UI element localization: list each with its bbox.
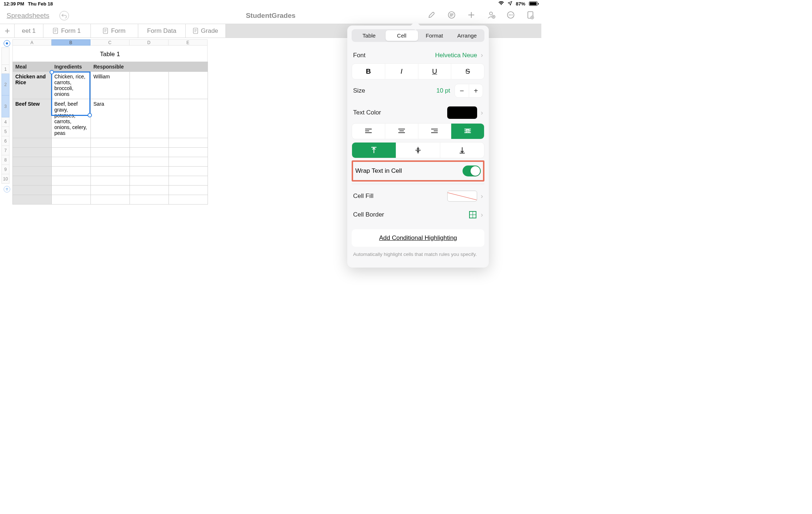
cell-d7[interactable] bbox=[130, 167, 169, 176]
header-cell-meal[interactable]: Meal bbox=[13, 62, 52, 72]
header-cell-responsible[interactable]: Responsible bbox=[91, 62, 130, 72]
bold-button[interactable]: B bbox=[352, 64, 385, 79]
cell-d8[interactable] bbox=[130, 176, 169, 186]
column-header-A[interactable]: A bbox=[12, 39, 51, 46]
row-header-10[interactable]: 10 bbox=[1, 174, 9, 184]
row-header-6[interactable]: 6 bbox=[1, 136, 9, 146]
align-center-button[interactable] bbox=[385, 124, 418, 139]
cell-b9[interactable] bbox=[52, 186, 91, 195]
cell-e8[interactable] bbox=[169, 176, 208, 186]
cell-e3[interactable] bbox=[169, 99, 208, 138]
sheet-tab-formdata[interactable]: Form Data bbox=[138, 24, 186, 38]
comment-icon[interactable] bbox=[447, 11, 456, 21]
cell-e9[interactable] bbox=[169, 186, 208, 195]
cell-d2[interactable] bbox=[130, 72, 169, 99]
cell-c8[interactable] bbox=[91, 176, 130, 186]
cell-b5[interactable] bbox=[52, 148, 91, 157]
cell-border-row[interactable]: Cell Border › bbox=[352, 206, 484, 223]
size-decrement[interactable]: − bbox=[455, 84, 469, 97]
cell-b6[interactable] bbox=[52, 157, 91, 167]
header-cell-e[interactable] bbox=[169, 62, 208, 72]
align-right-button[interactable] bbox=[418, 124, 452, 139]
strikethrough-button[interactable]: S bbox=[451, 64, 484, 79]
document-title[interactable]: StudentGrades bbox=[246, 12, 295, 20]
cell-c9[interactable] bbox=[91, 186, 130, 195]
formula-button[interactable]: = bbox=[4, 186, 10, 192]
cell-b8[interactable] bbox=[52, 176, 91, 186]
add-icon[interactable] bbox=[467, 11, 476, 21]
cell-e2[interactable] bbox=[169, 72, 208, 99]
cell-d9[interactable] bbox=[130, 186, 169, 195]
align-justify-button[interactable]: A bbox=[451, 124, 484, 139]
cell-c10[interactable] bbox=[91, 195, 130, 205]
row-header-3[interactable]: 3 bbox=[1, 96, 9, 117]
add-sheet-button[interactable] bbox=[0, 24, 15, 38]
cell-c5[interactable] bbox=[91, 148, 130, 157]
row-header-1[interactable]: 1 bbox=[1, 65, 9, 74]
cell-b10[interactable] bbox=[52, 195, 91, 205]
sheet-tab-grade[interactable]: Grade bbox=[186, 24, 226, 38]
size-increment[interactable]: + bbox=[469, 84, 483, 97]
undo-button[interactable] bbox=[59, 11, 69, 20]
cell-a4[interactable] bbox=[13, 138, 52, 148]
column-header-B[interactable]: B bbox=[51, 39, 90, 46]
cell-a10[interactable] bbox=[13, 195, 52, 205]
more-icon[interactable] bbox=[506, 11, 515, 21]
italic-button[interactable]: I bbox=[385, 64, 418, 79]
cell-a8[interactable] bbox=[13, 176, 52, 186]
sheet-tab-form[interactable]: Form bbox=[91, 24, 138, 38]
row-header-4[interactable]: 4 bbox=[1, 117, 9, 127]
sheet-tab-form1[interactable]: Form 1 bbox=[43, 24, 91, 38]
cell-a3[interactable]: Beef Stew bbox=[13, 99, 52, 138]
header-cell-ingredients[interactable]: Ingredients bbox=[52, 62, 91, 72]
underline-button[interactable]: U bbox=[418, 64, 452, 79]
document-settings-icon[interactable] bbox=[526, 11, 535, 21]
tab-format[interactable]: Format bbox=[418, 30, 451, 41]
tab-table[interactable]: Table bbox=[353, 30, 386, 41]
table-select-handle[interactable] bbox=[4, 40, 10, 47]
cell-e5[interactable] bbox=[169, 148, 208, 157]
conditional-highlighting-button[interactable]: Add Conditional Highlighting bbox=[352, 229, 484, 247]
back-button[interactable]: Spreadsheets bbox=[7, 12, 49, 20]
sheet-tab-sheet1[interactable]: eet 1 bbox=[15, 24, 43, 38]
cell-fill-row[interactable]: Cell Fill › bbox=[352, 186, 484, 206]
cell-e10[interactable] bbox=[169, 195, 208, 205]
cell-c7[interactable] bbox=[91, 167, 130, 176]
cell-d4[interactable] bbox=[130, 138, 169, 148]
format-brush-icon[interactable] bbox=[428, 11, 436, 21]
row-header-2[interactable]: 2 bbox=[1, 74, 9, 96]
cell-c3[interactable]: Sara bbox=[91, 99, 130, 138]
cell-d10[interactable] bbox=[130, 195, 169, 205]
cell-a9[interactable] bbox=[13, 186, 52, 195]
cell-c6[interactable] bbox=[91, 157, 130, 167]
valign-middle-button[interactable] bbox=[396, 143, 440, 158]
cell-a2[interactable]: Chicken and Rice bbox=[13, 72, 52, 99]
collaborate-icon[interactable] bbox=[487, 11, 495, 21]
text-color-row[interactable]: Text Color › bbox=[352, 102, 484, 123]
cell-c4[interactable] bbox=[91, 138, 130, 148]
cell-b7[interactable] bbox=[52, 167, 91, 176]
cell-c2[interactable]: William bbox=[91, 72, 130, 99]
cell-b4[interactable] bbox=[52, 138, 91, 148]
cell-a6[interactable] bbox=[13, 157, 52, 167]
cell-a7[interactable] bbox=[13, 167, 52, 176]
row-header-9[interactable]: 9 bbox=[1, 165, 9, 174]
row-header-8[interactable]: 8 bbox=[1, 155, 9, 165]
column-header-C[interactable]: C bbox=[90, 39, 129, 46]
row-header-5[interactable]: 5 bbox=[1, 127, 9, 136]
align-left-button[interactable] bbox=[352, 124, 385, 139]
row-header-blank[interactable] bbox=[1, 47, 9, 65]
valign-bottom-button[interactable] bbox=[440, 143, 484, 158]
tab-cell[interactable]: Cell bbox=[386, 30, 418, 41]
wrap-text-toggle[interactable] bbox=[463, 166, 481, 176]
table-title[interactable]: Table 1 bbox=[12, 46, 208, 62]
cell-e6[interactable] bbox=[169, 157, 208, 167]
cell-e7[interactable] bbox=[169, 167, 208, 176]
cell-e4[interactable] bbox=[169, 138, 208, 148]
column-header-E[interactable]: E bbox=[169, 39, 208, 46]
cell-d3[interactable] bbox=[130, 99, 169, 138]
font-row[interactable]: Font Helvetica Neue › bbox=[352, 47, 484, 63]
cell-b2[interactable]: Chicken, rice, carrots, broccoli, onions bbox=[52, 72, 91, 99]
cell-a5[interactable] bbox=[13, 148, 52, 157]
row-header-7[interactable]: 7 bbox=[1, 146, 9, 155]
